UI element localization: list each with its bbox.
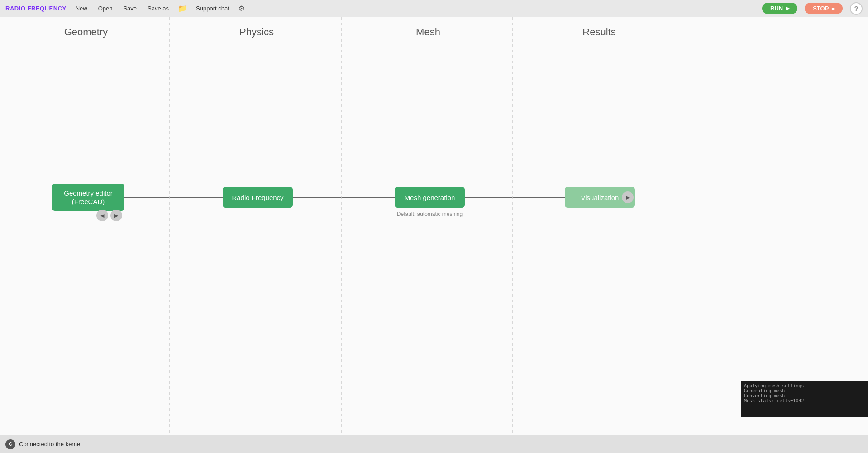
node-mesh-generation[interactable]: Mesh generation <box>395 187 465 208</box>
stop-button[interactable]: STOP <box>805 3 843 14</box>
nav-new[interactable]: New <box>74 4 89 13</box>
node-geometry-editor[interactable]: Geometry editor (FreeCAD) <box>52 184 124 211</box>
node-visualization-label: Visualization <box>581 194 619 201</box>
terminal-line-1: Applying mesh settings <box>744 383 865 388</box>
folder-icon[interactable]: 📁 <box>178 4 187 13</box>
brand-label: RADIO FREQUENCY <box>5 5 67 12</box>
viz-btn-play[interactable]: ▶ <box>622 191 634 203</box>
col-header-mesh: Mesh <box>392 26 464 38</box>
terminal-line-3: Converting mesh <box>744 393 865 398</box>
col-header-geometry: Geometry <box>50 26 122 38</box>
pipeline-canvas: Geometry Physics Mesh Results Geometry e… <box>0 17 868 435</box>
terminal-line-2: Generating mesh <box>744 388 865 393</box>
nav-save[interactable]: Save <box>121 4 138 13</box>
nav-support[interactable]: Support chat <box>194 4 231 13</box>
nav-open[interactable]: Open <box>96 4 114 13</box>
help-button[interactable]: ? <box>850 2 863 15</box>
topbar: RADIO FREQUENCY New Open Save Save as 📁 … <box>0 0 868 17</box>
geo-btn-right[interactable]: ▶ <box>110 210 122 221</box>
kernel-icon: C <box>5 439 15 449</box>
node-geometry-editor-label: Geometry editor (FreeCAD) <box>64 189 113 206</box>
col-header-results: Results <box>563 26 635 38</box>
statusbar: C Connected to the kernel <box>0 435 868 453</box>
mesh-generation-subtitle: Default: automatic meshing <box>390 211 469 217</box>
node-radio-frequency[interactable]: Radio Frequency <box>223 187 293 208</box>
terminal-overlay: Applying mesh settings Generating mesh C… <box>741 381 868 417</box>
col-header-physics: Physics <box>220 26 293 38</box>
nav-saveas[interactable]: Save as <box>146 4 171 13</box>
node-radio-frequency-label: Radio Frequency <box>232 194 283 201</box>
gear-icon[interactable]: ⚙ <box>238 4 245 13</box>
run-button[interactable]: RUN <box>762 3 797 14</box>
node-mesh-generation-label: Mesh generation <box>405 194 455 201</box>
geo-btn-left[interactable]: ◀ <box>96 210 108 221</box>
status-text: Connected to the kernel <box>19 441 81 448</box>
terminal-line-4: Mesh stats: cells=1042 <box>744 398 865 403</box>
pipeline-arrows <box>0 17 868 435</box>
